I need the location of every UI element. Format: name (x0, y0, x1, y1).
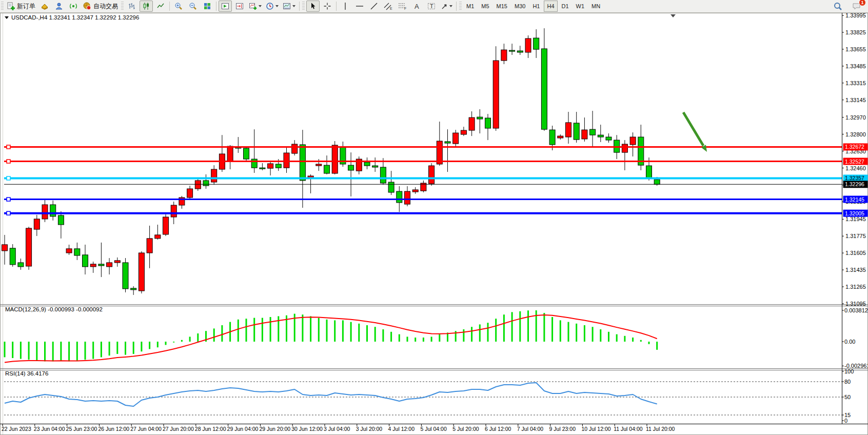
timeframe-m15-button[interactable]: M15 (494, 1, 510, 12)
macd-bar (181, 340, 183, 342)
toolbar-grip[interactable] (121, 2, 124, 11)
candle (364, 162, 370, 166)
candle (163, 217, 169, 234)
macd-bar (568, 322, 569, 342)
candle (66, 249, 72, 253)
fibonacci-button[interactable]: F (396, 1, 409, 12)
candle (566, 123, 571, 137)
candle (203, 181, 209, 186)
candlestick-chart-button[interactable] (140, 1, 153, 12)
line-handle[interactable] (7, 176, 10, 180)
macd-bar (68, 342, 70, 361)
chevron-down-icon (449, 5, 452, 7)
chart-shift-button[interactable] (233, 1, 246, 12)
zoom-in-button[interactable] (172, 1, 185, 12)
vertical-line-button[interactable] (339, 1, 352, 12)
indicators-button[interactable] (247, 1, 263, 12)
timeframe-m5-button[interactable]: M5 (478, 1, 492, 12)
cursor-button[interactable] (306, 1, 320, 12)
price-line-label: 1.32357 (845, 175, 864, 181)
macd-bar (415, 338, 416, 342)
line-handle[interactable] (7, 211, 10, 215)
candle (123, 263, 128, 289)
timeframe-m30-button[interactable]: M30 (511, 1, 528, 12)
candle (2, 245, 8, 251)
auto-scroll-button[interactable] (219, 1, 232, 12)
macd-bar (511, 312, 513, 342)
price-axis-tick-label: 1.31265 (845, 284, 866, 290)
price-line-label: 1.32296 (845, 181, 864, 187)
signals-button[interactable] (67, 1, 80, 12)
macd-bar (560, 320, 561, 342)
time-axis-label: 3 Jul 20:00 (356, 426, 383, 432)
rsi-label: RSI(14) 36.4176 (5, 370, 48, 377)
macd-bar (253, 318, 255, 342)
candle (509, 50, 515, 51)
text-button[interactable]: A (410, 1, 424, 12)
zoom-out-button[interactable] (186, 1, 200, 12)
main-toolbar: 新订单 自动交易 (0, 0, 868, 13)
tile-windows-button[interactable] (201, 1, 214, 12)
line-handle[interactable] (7, 197, 10, 201)
timeframe-h4-button[interactable]: H4 (544, 1, 557, 12)
candle (646, 166, 652, 179)
text-label-button[interactable]: T (425, 1, 438, 12)
candle (654, 180, 660, 184)
candle (606, 137, 611, 140)
market-watch-button[interactable] (38, 1, 51, 12)
timeframe-d1-button[interactable]: D1 (559, 1, 572, 12)
time-axis-label: 5 Jul 20:00 (452, 426, 479, 432)
price-axis-tick-label: 1.33655 (845, 46, 866, 52)
equidistant-channel-button[interactable]: E (382, 1, 395, 12)
templates-button[interactable] (281, 1, 297, 12)
timeframe-mn-button[interactable]: MN (588, 1, 603, 12)
svg-text:A: A (415, 3, 419, 10)
macd-bar (116, 342, 118, 354)
time-axis-label: 30 Jun 12:00 (291, 426, 323, 432)
line-handle[interactable] (7, 145, 10, 149)
candle (429, 166, 435, 184)
candle (26, 228, 32, 266)
macd-bar (20, 342, 22, 359)
timeframe-h1-button[interactable]: H1 (529, 1, 543, 12)
candle (227, 146, 233, 162)
autotrading-button[interactable]: 自动交易 (81, 1, 120, 12)
chart-canvas[interactable]: USDCAD-,H4 1.32341 1.32347 1.32292 1.322… (0, 0, 868, 435)
candle (284, 153, 289, 168)
bar-chart-button[interactable] (125, 1, 139, 12)
periods-button[interactable] (264, 1, 280, 12)
trendline-button[interactable] (367, 1, 381, 12)
toolbar-grip[interactable] (1, 2, 4, 11)
navigator-button[interactable] (52, 1, 66, 12)
rsi-axis-label: 80 (844, 379, 851, 385)
toolbar-separator (456, 2, 457, 11)
crosshair-button[interactable] (321, 1, 334, 12)
line-handle[interactable] (7, 160, 10, 163)
toolbar-grip[interactable] (302, 2, 305, 11)
new-order-button[interactable]: 新订单 (5, 1, 37, 12)
notifications-button[interactable]: 1 (850, 1, 863, 12)
horizontal-line-button[interactable] (353, 1, 366, 12)
price-axis-tick-label: 1.31945 (845, 216, 866, 222)
timeframe-m1-button[interactable]: M1 (463, 1, 477, 12)
candle (461, 130, 466, 134)
candle (348, 165, 354, 170)
candle (590, 129, 596, 135)
candle (558, 136, 563, 138)
price-line-label: 1.32527 (845, 159, 864, 165)
macd-bar (28, 342, 30, 360)
arrows-button[interactable] (439, 1, 454, 12)
timeframe-w1-button[interactable]: W1 (573, 1, 588, 12)
macd-bar (12, 342, 13, 358)
candle (195, 181, 201, 189)
macd-bar (624, 336, 625, 342)
candle (453, 133, 459, 144)
line-chart-button[interactable] (154, 1, 167, 12)
macd-bar (527, 310, 529, 342)
search-button[interactable] (831, 1, 844, 12)
toolbar-grip[interactable] (459, 2, 462, 11)
macd-bar (342, 320, 344, 342)
time-axis-label: 27 Jun 20:00 (163, 426, 194, 432)
time-axis-label: 10 Jul 12:00 (581, 426, 610, 432)
candle (18, 263, 24, 267)
